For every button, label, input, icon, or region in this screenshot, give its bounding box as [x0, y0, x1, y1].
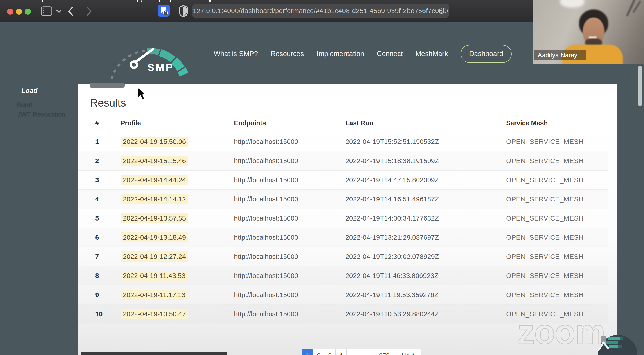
row-number: 6: [95, 234, 120, 241]
last-run-cell: 2022-04-19T10:53:29.880244Z: [346, 310, 506, 318]
sidebar-item-burst[interactable]: Burst: [17, 101, 32, 109]
mouse-cursor: [137, 87, 146, 100]
last-run-cell: 2022-04-19T12:30:02.078929Z: [346, 253, 506, 260]
profile-link[interactable]: 2022-04-19-10.50.47: [120, 309, 188, 319]
profile-link[interactable]: 2022-04-19-11.17.13: [120, 290, 188, 300]
profile-link[interactable]: 2022-04-19-15.50.06: [120, 137, 188, 147]
endpoint-cell: http://localhost:15000: [234, 310, 346, 318]
service-mesh-cell: OPEN_SERVICE_MESH: [506, 272, 608, 279]
service-mesh-cell: OPEN_SERVICE_MESH: [506, 291, 608, 299]
table-row: 5 2022-04-19-13.57.55 http://localhost:1…: [78, 209, 608, 228]
profile-link[interactable]: 2022-04-19-13.18.49: [120, 232, 188, 242]
page-button-4[interactable]: 4: [335, 349, 346, 355]
last-run-cell: 2022-04-19T15:52:51.190532Z: [346, 138, 506, 146]
results-table-body: 1 2022-04-19-15.50.06 http://localhost:1…: [78, 132, 608, 324]
service-mesh-cell: OPEN_SERVICE_MESH: [506, 234, 608, 241]
col-last-run: Last Run: [346, 119, 506, 127]
table-row: 6 2022-04-19-13.18.49 http://localhost:1…: [78, 228, 608, 247]
endpoint-cell: http://localhost:15000: [234, 272, 346, 279]
smp-fab-button[interactable]: [598, 334, 644, 355]
last-run-cell: 2022-04-19T11:46:33.806923Z: [346, 272, 506, 279]
last-run-cell: 2022-04-19T14:47:15.802009Z: [346, 176, 506, 184]
smp-logo[interactable]: SMP: [99, 32, 207, 80]
nav-resources[interactable]: Resources: [270, 50, 304, 58]
row-number: 3: [95, 176, 120, 184]
service-mesh-cell: OPEN_SERVICE_MESH: [506, 176, 608, 184]
endpoint-cell: http://localhost:15000: [234, 138, 346, 146]
nav-dashboard[interactable]: Dashboard: [460, 45, 512, 63]
forward-button[interactable]: [86, 6, 92, 16]
nav-connect[interactable]: Connect: [377, 50, 403, 58]
endpoint-cell: http://localhost:15000: [234, 195, 346, 203]
col-endpoints: Endpoints: [234, 119, 346, 127]
row-number: 2: [95, 157, 120, 165]
table-row: 3 2022-04-19-14.44.24 http://localhost:1…: [78, 171, 608, 190]
table-row: 1 2022-04-19-15.50.06 http://localhost:1…: [78, 132, 608, 151]
back-button[interactable]: [68, 6, 74, 16]
fullscreen-button[interactable]: [25, 9, 31, 15]
page-button-last[interactable]: 272: [374, 349, 395, 355]
endpoint-cell: http://localhost:15000: [234, 214, 346, 222]
table-row: 2 2022-04-19-15.15.46 http://localhost:1…: [78, 151, 608, 171]
row-number: 4: [95, 195, 120, 203]
last-run-cell: 2022-04-19T11:19:53.359276Z: [346, 291, 506, 299]
row-number: 1: [95, 138, 120, 146]
pagination: 1 2 3 4 ... 272 Next: [302, 349, 421, 355]
horizontal-scrollbar[interactable]: [81, 352, 227, 355]
table-row: 9 2022-04-19-11.17.13 http://localhost:1…: [78, 285, 608, 304]
profile-link[interactable]: 2022-04-19-12.27.24: [120, 251, 188, 261]
row-number: 9: [95, 291, 120, 299]
screen: 127.0.0.1:4000/dashboard/performance/#41…: [0, 0, 644, 355]
main-nav: What is SMP? Resources Implementation Co…: [214, 44, 512, 64]
svg-text:zoom: zoom: [518, 315, 605, 351]
participant-name-label: Aaditya Naray...: [534, 50, 586, 60]
zoom-participant-tile[interactable]: Aaditya Naray...: [533, 0, 644, 64]
table-header-row: # Profile Endpoints Last Run Service Mes…: [78, 114, 608, 132]
profile-link[interactable]: 2022-04-19-15.15.46: [120, 156, 188, 166]
nav-what-is-smp[interactable]: What is SMP?: [214, 50, 258, 58]
endpoint-cell: http://localhost:15000: [234, 234, 346, 241]
minimize-button[interactable]: [16, 9, 22, 15]
sidebar-toggle-icon[interactable]: [41, 6, 52, 16]
row-number: 8: [95, 272, 120, 279]
last-run-cell: 2022-04-19T14:16:51.496187Z: [346, 195, 506, 203]
page-ellipsis: ...: [346, 349, 374, 355]
col-service-mesh: Service Mesh: [506, 119, 608, 127]
bookmark-lock-extension-icon[interactable]: [158, 5, 170, 17]
sidebar-item-load[interactable]: Load: [22, 87, 38, 94]
profile-link[interactable]: 2022-04-19-11.43.53: [120, 270, 188, 281]
background-light: [560, 0, 584, 8]
shield-extension-icon[interactable]: [178, 5, 188, 18]
card-tab[interactable]: [90, 83, 125, 88]
page-button-2[interactable]: 2: [313, 349, 324, 355]
reload-button[interactable]: [438, 7, 445, 15]
results-table: # Profile Endpoints Last Run Service Mes…: [78, 114, 608, 324]
endpoint-cell: http://localhost:15000: [234, 291, 346, 299]
next-page-button[interactable]: Next: [395, 349, 421, 355]
profile-link[interactable]: 2022-04-19-14.44.24: [120, 175, 188, 185]
nav-meshmark[interactable]: MeshMark: [416, 50, 448, 58]
page-button-1[interactable]: 1: [302, 349, 314, 355]
service-mesh-cell: OPEN_SERVICE_MESH: [506, 195, 608, 203]
row-number: 7: [95, 253, 120, 260]
last-run-cell: 2022-04-19T15:18:38.191509Z: [346, 157, 506, 165]
col-number: #: [95, 119, 120, 127]
endpoint-cell: http://localhost:15000: [234, 176, 346, 184]
endpoint-cell: http://localhost:15000: [234, 157, 346, 165]
url-bar[interactable]: 127.0.0.1:4000/dashboard/performance/#41…: [192, 4, 449, 18]
profile-link[interactable]: 2022-04-19-14.14.12: [120, 194, 188, 204]
background-plant: [626, 0, 636, 17]
vertical-scrollbar-thumb[interactable]: [638, 66, 642, 106]
close-button[interactable]: [7, 9, 13, 15]
last-run-cell: 2022-04-19T14:00:34.177632Z: [346, 214, 506, 222]
last-run-cell: 2022-04-19T13:21:29.087697Z: [346, 234, 506, 241]
nav-implementation[interactable]: Implementation: [316, 50, 364, 58]
page-button-3[interactable]: 3: [324, 349, 336, 355]
chevron-down-icon[interactable]: [56, 10, 62, 13]
service-mesh-cell: OPEN_SERVICE_MESH: [506, 157, 608, 165]
results-card: Results # Profile Endpoints Last Run Ser…: [78, 84, 616, 355]
table-row: 4 2022-04-19-14.14.12 http://localhost:1…: [78, 190, 608, 209]
logo-text: SMP: [148, 62, 174, 73]
profile-link[interactable]: 2022-04-19-13.57.55: [120, 213, 188, 223]
sidebar-item-jwt-revocation[interactable]: JWT Revocation: [18, 111, 65, 118]
